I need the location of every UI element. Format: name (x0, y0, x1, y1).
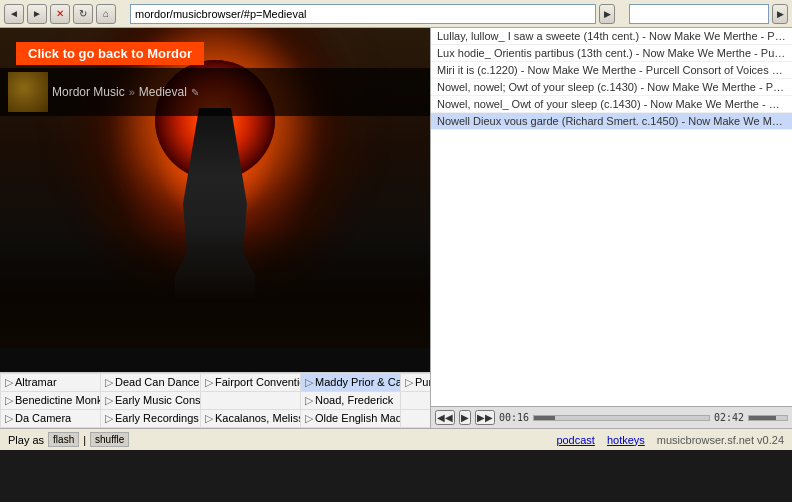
artist-cell[interactable]: ▷Da Camera (1, 410, 101, 428)
play-icon: ▷ (305, 376, 313, 388)
playlist: Lullay, lullow_ I saw a sweete (14th cen… (431, 28, 792, 406)
time-elapsed: 00:16 (499, 412, 529, 423)
artist-name: Dead Can Dance (115, 376, 199, 388)
version-label: musicbrowser.sf.net v0.24 (657, 434, 784, 446)
artist-row: ▷Da Camera ▷Early Recordings of Irish Mu… (1, 410, 431, 428)
search-button[interactable]: ▶ (772, 4, 788, 24)
artist-cell[interactable]: ▷Dead Can Dance (101, 374, 201, 392)
status-right: podcast hotkeys musicbrowser.sf.net v0.2… (556, 434, 784, 446)
artist-name: Purcell Consort of Voices (415, 376, 430, 388)
flash-button[interactable]: flash (48, 432, 79, 447)
shuffle-button[interactable]: shuffle (90, 432, 129, 447)
back-nav-button[interactable]: ◄ (4, 4, 24, 24)
artist-name: Early Music Consort of London (115, 394, 201, 406)
separator: | (83, 434, 86, 446)
artist-cell (201, 392, 301, 410)
address-input[interactable] (135, 8, 591, 20)
podcast-link[interactable]: podcast (556, 434, 595, 446)
next-button[interactable]: ▶▶ (475, 410, 495, 425)
artist-name: Olde English Madrigals and Folk Songs at… (315, 412, 401, 424)
progress-fill (534, 416, 555, 420)
artist-cell (401, 392, 431, 410)
playlist-item[interactable]: Miri it is (c.1220) - Now Make We Merthe… (431, 62, 792, 79)
artist-cell[interactable]: ▷Altramar (1, 374, 101, 392)
artist-name: Da Camera (15, 412, 71, 424)
play-icon: ▷ (205, 376, 213, 388)
edit-icon[interactable]: ✎ (191, 87, 199, 98)
hotkeys-link[interactable]: hotkeys (607, 434, 645, 446)
page-name: Medieval (139, 85, 187, 99)
stop-button[interactable]: ✕ (50, 4, 70, 24)
prev-button[interactable]: ◀◀ (435, 410, 455, 425)
artist-name: Kacalanos, Melissa (215, 412, 301, 424)
refresh-button[interactable]: ↻ (73, 4, 93, 24)
player-bar: ◀◀ ▶ ▶▶ 00:16 02:42 (431, 406, 792, 428)
play-icon: ▷ (305, 394, 313, 406)
playlist-item[interactable]: Nowel, nowel; Owt of your sleep (c.1430)… (431, 79, 792, 96)
logo-image (8, 72, 48, 112)
toolbar-row1: ◄ ► ✕ ↻ ⌂ ▶ 🔍 ▶ (0, 0, 792, 28)
right-panel: Lullay, lullow_ I saw a sweete (14th cen… (430, 28, 792, 428)
play-icon: ▷ (405, 376, 413, 388)
artist-grid: ▷Altramar ▷Dead Can Dance ▷Fairport Conv… (0, 372, 430, 428)
search-bar[interactable]: 🔍 (629, 4, 769, 24)
playlist-item[interactable]: Lux hodie_ Orientis partibus (13th cent.… (431, 45, 792, 62)
artist-cell[interactable]: ▷Purcell Consort of Voices (401, 374, 431, 392)
artist-cell[interactable]: ▷Maddy Prior & Carnival Band (301, 374, 401, 392)
play-icon: ▷ (305, 412, 313, 424)
playlist-item[interactable]: Nowel, nowel_ Owt of your sleep (c.1430)… (431, 96, 792, 113)
progress-bar[interactable] (533, 415, 710, 421)
artist-name: Noad, Frederick (315, 394, 393, 406)
artist-cell (401, 410, 431, 428)
playlist-item-selected[interactable]: Nowell Dieux vous garde (Richard Smert. … (431, 113, 792, 130)
artist-cell[interactable]: ▷Benedictine Monks Of Santo Domingo De S… (1, 392, 101, 410)
artist-cell[interactable]: ▷Early Recordings of Irish Music (101, 410, 201, 428)
site-title: Mordor Music (52, 85, 125, 99)
artist-name: Fairport Convention (215, 376, 301, 388)
artist-name: Benedictine Monks Of Santo Domingo De Si… (15, 394, 101, 406)
search-input[interactable] (634, 8, 772, 20)
left-panel: Click to go back to Mordor Mordor Music … (0, 28, 430, 428)
main-area: Click to go back to Mordor Mordor Music … (0, 28, 792, 428)
forward-nav-button[interactable]: ► (27, 4, 47, 24)
breadcrumb: Mordor Music » Medieval ✎ (0, 68, 430, 116)
play-icon: ▷ (205, 412, 213, 424)
artist-row: ▷Altramar ▷Dead Can Dance ▷Fairport Conv… (1, 374, 431, 392)
play-icon: ▷ (105, 394, 113, 406)
play-icon: ▷ (5, 376, 13, 388)
breadcrumb-separator: » (129, 86, 135, 98)
play-icon: ▷ (5, 412, 13, 424)
play-as-label: Play as (8, 434, 44, 446)
status-left: Play as flash | shuffle (8, 432, 129, 447)
status-bar: Play as flash | shuffle podcast hotkeys … (0, 428, 792, 450)
artist-row: ▷Benedictine Monks Of Santo Domingo De S… (1, 392, 431, 410)
play-button[interactable]: ▶ (459, 410, 471, 425)
play-icon: ▷ (5, 394, 13, 406)
volume-bar[interactable] (748, 415, 788, 421)
artist-cell[interactable]: ▷Kacalanos, Melissa (201, 410, 301, 428)
back-to-mordor-button[interactable]: Click to go back to Mordor (16, 42, 204, 65)
playlist-item[interactable]: Lullay, lullow_ I saw a sweete (14th cen… (431, 28, 792, 45)
site-logo (8, 72, 48, 112)
home-button[interactable]: ⌂ (96, 4, 116, 24)
artist-cell[interactable]: ▷Fairport Convention (201, 374, 301, 392)
volume-fill (749, 416, 776, 420)
time-total: 02:42 (714, 412, 744, 423)
artist-cell[interactable]: ▷Olde English Madrigals and Folk Songs a… (301, 410, 401, 428)
address-bar[interactable] (130, 4, 596, 24)
artist-cell[interactable]: ▷Early Music Consort of London (101, 392, 201, 410)
play-icon: ▷ (105, 376, 113, 388)
artist-table: ▷Altramar ▷Dead Can Dance ▷Fairport Conv… (0, 373, 430, 428)
artist-cell[interactable]: ▷Noad, Frederick (301, 392, 401, 410)
artist-name: Altramar (15, 376, 57, 388)
artist-name: Maddy Prior & Carnival Band (315, 376, 401, 388)
back-button-label: Click to go back to Mordor (28, 46, 192, 61)
go-button[interactable]: ▶ (599, 4, 615, 24)
artist-name: Early Recordings of Irish Music (115, 412, 201, 424)
play-icon: ▷ (105, 412, 113, 424)
